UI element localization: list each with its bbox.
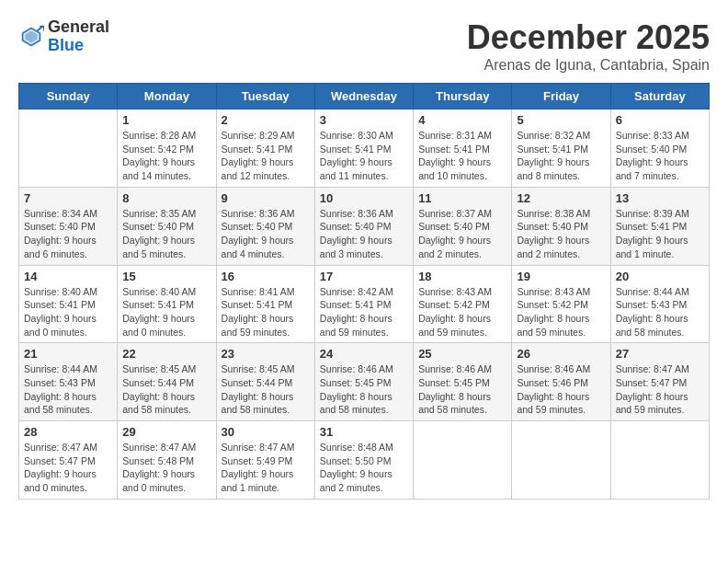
day-number: 10 bbox=[320, 191, 408, 205]
day-number: 19 bbox=[517, 270, 605, 283]
calendar-cell: 21Sunrise: 8:44 AMSunset: 5:43 PMDayligh… bbox=[19, 343, 118, 421]
day-info: Sunrise: 8:46 AMSunset: 5:46 PMDaylight:… bbox=[517, 362, 605, 417]
day-number: 24 bbox=[320, 347, 408, 361]
day-info: Sunrise: 8:43 AMSunset: 5:42 PMDaylight:… bbox=[517, 285, 605, 339]
calendar-cell: 28Sunrise: 8:47 AMSunset: 5:47 PMDayligh… bbox=[19, 421, 118, 500]
day-number: 23 bbox=[222, 347, 310, 361]
calendar-cell: 4Sunrise: 8:31 AMSunset: 5:41 PMDaylight… bbox=[414, 109, 512, 188]
header-saturday: Saturday bbox=[610, 84, 709, 109]
day-number: 3 bbox=[320, 113, 408, 127]
calendar-cell: 2Sunrise: 8:29 AMSunset: 5:41 PMDaylight… bbox=[216, 109, 314, 188]
day-number: 29 bbox=[122, 425, 210, 439]
day-number: 22 bbox=[122, 347, 210, 361]
calendar-week-3: 14Sunrise: 8:40 AMSunset: 5:41 PMDayligh… bbox=[19, 265, 710, 343]
calendar-cell: 27Sunrise: 8:47 AMSunset: 5:47 PMDayligh… bbox=[610, 343, 709, 421]
calendar-cell: 26Sunrise: 8:46 AMSunset: 5:46 PMDayligh… bbox=[512, 343, 610, 421]
day-number: 30 bbox=[222, 425, 310, 439]
calendar-cell: 18Sunrise: 8:43 AMSunset: 5:42 PMDayligh… bbox=[414, 265, 512, 343]
calendar-cell: 11Sunrise: 8:37 AMSunset: 5:40 PMDayligh… bbox=[414, 187, 512, 265]
day-info: Sunrise: 8:46 AMSunset: 5:45 PMDaylight:… bbox=[320, 362, 408, 417]
day-number: 17 bbox=[320, 270, 408, 283]
day-info: Sunrise: 8:40 AMSunset: 5:41 PMDaylight:… bbox=[122, 285, 210, 339]
day-number: 5 bbox=[517, 113, 605, 127]
logo-blue: Blue bbox=[48, 37, 109, 55]
day-info: Sunrise: 8:41 AMSunset: 5:41 PMDaylight:… bbox=[222, 285, 310, 339]
day-info: Sunrise: 8:47 AMSunset: 5:49 PMDaylight:… bbox=[222, 441, 310, 495]
day-number: 21 bbox=[24, 347, 112, 361]
calendar-title: December 2025 bbox=[467, 18, 710, 57]
day-number: 6 bbox=[616, 113, 704, 127]
day-number: 7 bbox=[24, 191, 112, 205]
calendar-cell: 13Sunrise: 8:39 AMSunset: 5:41 PMDayligh… bbox=[610, 187, 709, 265]
day-info: Sunrise: 8:44 AMSunset: 5:43 PMDaylight:… bbox=[616, 285, 704, 339]
day-info: Sunrise: 8:45 AMSunset: 5:44 PMDaylight:… bbox=[122, 362, 210, 417]
calendar-cell: 30Sunrise: 8:47 AMSunset: 5:49 PMDayligh… bbox=[216, 421, 314, 500]
calendar-cell: 7Sunrise: 8:34 AMSunset: 5:40 PMDaylight… bbox=[19, 187, 118, 265]
calendar-cell bbox=[414, 421, 512, 500]
header-sunday: Sunday bbox=[19, 84, 118, 109]
day-info: Sunrise: 8:43 AMSunset: 5:42 PMDaylight:… bbox=[418, 285, 506, 339]
calendar-cell: 19Sunrise: 8:43 AMSunset: 5:42 PMDayligh… bbox=[512, 265, 610, 343]
day-info: Sunrise: 8:37 AMSunset: 5:40 PMDaylight:… bbox=[418, 207, 506, 261]
calendar-cell: 16Sunrise: 8:41 AMSunset: 5:41 PMDayligh… bbox=[216, 265, 314, 343]
calendar-cell bbox=[19, 109, 118, 188]
day-info: Sunrise: 8:47 AMSunset: 5:47 PMDaylight:… bbox=[616, 362, 704, 417]
calendar-week-1: 1Sunrise: 8:28 AMSunset: 5:42 PMDaylight… bbox=[19, 109, 710, 188]
day-number: 12 bbox=[517, 191, 605, 205]
calendar-cell: 15Sunrise: 8:40 AMSunset: 5:41 PMDayligh… bbox=[118, 265, 216, 343]
day-info: Sunrise: 8:47 AMSunset: 5:48 PMDaylight:… bbox=[122, 441, 210, 495]
day-info: Sunrise: 8:40 AMSunset: 5:41 PMDaylight:… bbox=[24, 285, 112, 339]
day-number: 31 bbox=[320, 425, 408, 439]
calendar-subtitle: Arenas de Iguna, Cantabria, Spain bbox=[467, 57, 710, 74]
day-number: 25 bbox=[418, 347, 506, 361]
day-number: 14 bbox=[24, 270, 112, 283]
day-info: Sunrise: 8:45 AMSunset: 5:44 PMDaylight:… bbox=[222, 362, 310, 417]
calendar-cell: 31Sunrise: 8:48 AMSunset: 5:50 PMDayligh… bbox=[314, 421, 413, 500]
calendar-week-2: 7Sunrise: 8:34 AMSunset: 5:40 PMDaylight… bbox=[19, 187, 710, 265]
header-friday: Friday bbox=[512, 84, 610, 109]
day-info: Sunrise: 8:39 AMSunset: 5:41 PMDaylight:… bbox=[616, 207, 704, 261]
day-info: Sunrise: 8:29 AMSunset: 5:41 PMDaylight:… bbox=[222, 129, 310, 183]
day-info: Sunrise: 8:42 AMSunset: 5:41 PMDaylight:… bbox=[320, 285, 408, 339]
calendar-cell bbox=[512, 421, 610, 500]
calendar-cell: 8Sunrise: 8:35 AMSunset: 5:40 PMDaylight… bbox=[118, 187, 216, 265]
day-info: Sunrise: 8:33 AMSunset: 5:40 PMDaylight:… bbox=[616, 129, 704, 183]
calendar-cell bbox=[610, 421, 709, 500]
day-info: Sunrise: 8:46 AMSunset: 5:45 PMDaylight:… bbox=[418, 362, 506, 417]
weekday-header-row: Sunday Monday Tuesday Wednesday Thursday… bbox=[19, 84, 710, 109]
header-wednesday: Wednesday bbox=[314, 84, 413, 109]
calendar-cell: 6Sunrise: 8:33 AMSunset: 5:40 PMDaylight… bbox=[610, 109, 709, 188]
day-info: Sunrise: 8:31 AMSunset: 5:41 PMDaylight:… bbox=[418, 129, 506, 183]
header-tuesday: Tuesday bbox=[216, 84, 314, 109]
day-number: 20 bbox=[616, 270, 704, 283]
day-number: 18 bbox=[418, 270, 506, 283]
day-info: Sunrise: 8:36 AMSunset: 5:40 PMDaylight:… bbox=[320, 207, 408, 261]
day-number: 2 bbox=[222, 113, 310, 127]
day-number: 4 bbox=[418, 113, 506, 127]
calendar-cell: 20Sunrise: 8:44 AMSunset: 5:43 PMDayligh… bbox=[610, 265, 709, 343]
day-number: 28 bbox=[24, 425, 112, 439]
calendar-cell: 1Sunrise: 8:28 AMSunset: 5:42 PMDaylight… bbox=[118, 109, 216, 188]
calendar-cell: 23Sunrise: 8:45 AMSunset: 5:44 PMDayligh… bbox=[216, 343, 314, 421]
calendar-cell: 12Sunrise: 8:38 AMSunset: 5:40 PMDayligh… bbox=[512, 187, 610, 265]
logo-text: General Blue bbox=[48, 18, 109, 55]
calendar-table: Sunday Monday Tuesday Wednesday Thursday… bbox=[18, 83, 710, 500]
day-info: Sunrise: 8:47 AMSunset: 5:47 PMDaylight:… bbox=[24, 441, 112, 495]
day-info: Sunrise: 8:30 AMSunset: 5:41 PMDaylight:… bbox=[320, 129, 408, 183]
day-number: 9 bbox=[222, 191, 310, 205]
calendar-cell: 17Sunrise: 8:42 AMSunset: 5:41 PMDayligh… bbox=[314, 265, 413, 343]
day-number: 15 bbox=[122, 270, 210, 283]
calendar-cell: 10Sunrise: 8:36 AMSunset: 5:40 PMDayligh… bbox=[314, 187, 413, 265]
calendar-cell: 29Sunrise: 8:47 AMSunset: 5:48 PMDayligh… bbox=[118, 421, 216, 500]
calendar-cell: 14Sunrise: 8:40 AMSunset: 5:41 PMDayligh… bbox=[19, 265, 118, 343]
logo-general: General bbox=[48, 18, 109, 37]
calendar-body: 1Sunrise: 8:28 AMSunset: 5:42 PMDaylight… bbox=[19, 109, 710, 500]
day-info: Sunrise: 8:28 AMSunset: 5:42 PMDaylight:… bbox=[122, 129, 210, 183]
calendar-cell: 24Sunrise: 8:46 AMSunset: 5:45 PMDayligh… bbox=[314, 343, 413, 421]
calendar-cell: 3Sunrise: 8:30 AMSunset: 5:41 PMDaylight… bbox=[314, 109, 413, 188]
calendar-cell: 25Sunrise: 8:46 AMSunset: 5:45 PMDayligh… bbox=[414, 343, 512, 421]
header-monday: Monday bbox=[118, 84, 216, 109]
day-info: Sunrise: 8:36 AMSunset: 5:40 PMDaylight:… bbox=[222, 207, 310, 261]
day-info: Sunrise: 8:35 AMSunset: 5:40 PMDaylight:… bbox=[122, 207, 210, 261]
calendar-week-5: 28Sunrise: 8:47 AMSunset: 5:47 PMDayligh… bbox=[19, 421, 710, 500]
